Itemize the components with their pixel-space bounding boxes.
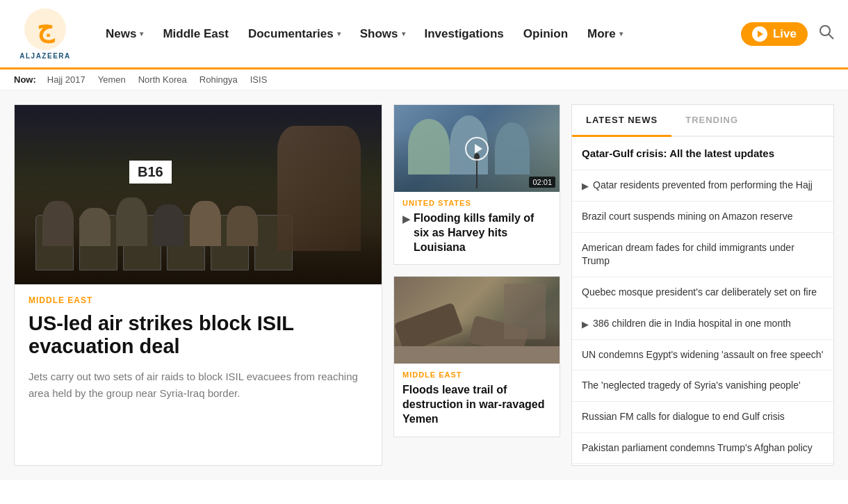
main-story-image: B16	[15, 105, 382, 284]
news-item[interactable]: Pakistan parliament condemns Trump's Afg…	[572, 433, 833, 464]
live-button[interactable]: Live	[741, 22, 808, 46]
news-item[interactable]: Qatar-Gulf crisis: All the latest update…	[572, 137, 833, 170]
tab-trending[interactable]: TRENDING	[671, 105, 752, 136]
card-yemen[interactable]: MIDDLE EAST Floods leave trail of destru…	[393, 276, 560, 437]
card-yemen-category: MIDDLE EAST	[402, 371, 551, 379]
news-item[interactable]: American dream fades for child immigrant…	[572, 233, 833, 277]
live-label: Live	[773, 27, 797, 41]
now-link-rohingya[interactable]: Rohingya	[199, 74, 238, 85]
nav-item-opinion[interactable]: Opinion	[514, 13, 578, 55]
nav-item-shows[interactable]: Shows ▾	[350, 13, 415, 55]
card-harvey-headline: ▶ Flooding kills family of six as Harvey…	[402, 211, 551, 254]
nav-item-documentaries[interactable]: Documentaries ▾	[238, 13, 350, 55]
card-yemen-body: MIDDLE EAST Floods leave trail of destru…	[394, 364, 560, 436]
news-item[interactable]: Russian FM calls for dialogue to end Gul…	[572, 402, 833, 433]
search-button[interactable]	[819, 24, 834, 43]
card-harvey-play-icon	[465, 137, 489, 161]
now-links: Hajj 2017 Yemen North Korea Rohingya ISI…	[47, 74, 268, 85]
news-item[interactable]: ▶ Qatar residents prevented from perform…	[572, 170, 833, 202]
card-harvey-time: 02:01	[529, 177, 555, 188]
nav-item-news[interactable]: News ▾	[96, 13, 153, 55]
main-story-body: MIDDLE EAST US-led air strikes block ISI…	[15, 284, 382, 418]
now-link-hajj[interactable]: Hajj 2017	[47, 74, 85, 85]
nav-item-investigations[interactable]: Investigations	[415, 13, 514, 55]
card-harvey-category: UNITED STATES	[402, 199, 551, 207]
logo-area[interactable]: ج ALJAZEERA	[14, 8, 76, 60]
now-link-north-korea[interactable]: North Korea	[138, 74, 187, 85]
sidebar: LATEST NEWS TRENDING Qatar-Gulf crisis: …	[571, 104, 834, 466]
nav-arrow-docs: ▾	[337, 13, 341, 55]
card-yemen-headline: Floods leave trail of destruction in war…	[402, 383, 551, 426]
nav-item-more[interactable]: More ▾	[578, 13, 633, 55]
middle-column: 02:01 UNITED STATES ▶ Flooding kills fam…	[393, 104, 560, 466]
sidebar-tabs: LATEST NEWS TRENDING	[572, 105, 833, 137]
now-link-yemen[interactable]: Yemen	[98, 74, 126, 85]
now-label: Now:	[14, 74, 36, 85]
news-item-play-icon: ▶	[582, 180, 589, 193]
card-harvey-image: 02:01	[394, 105, 560, 192]
logo-text: ALJAZEERA	[19, 52, 71, 60]
main-story[interactable]: B16 MIDDLE EAST US-led air strikes block…	[14, 104, 382, 466]
logo-icon: ج	[24, 8, 67, 51]
svg-text:ج: ج	[37, 13, 56, 44]
main-story-category: MIDDLE EAST	[28, 295, 368, 305]
nav-item-middle-east[interactable]: Middle East	[153, 13, 238, 55]
card-harvey[interactable]: 02:01 UNITED STATES ▶ Flooding kills fam…	[393, 104, 560, 265]
search-icon	[819, 24, 834, 40]
card-harvey-play-text-icon: ▶	[402, 213, 410, 225]
news-list: Qatar-Gulf crisis: All the latest update…	[572, 137, 833, 464]
main-content: B16 MIDDLE EAST US-led air strikes block…	[0, 90, 848, 480]
main-story-headline: US-led air strikes block ISIL evacuation…	[28, 312, 368, 359]
now-bar: Now: Hajj 2017 Yemen North Korea Rohingy…	[0, 70, 848, 90]
news-item[interactable]: Quebec mosque president's car deliberate…	[572, 277, 833, 309]
news-item[interactable]: UN condemns Egypt's widening 'assault on…	[572, 340, 833, 371]
svg-point-2	[820, 26, 830, 35]
nav-arrow-more: ▾	[619, 13, 623, 55]
tab-latest-news[interactable]: LATEST NEWS	[572, 105, 671, 137]
nav-arrow-shows: ▾	[402, 13, 405, 55]
news-item[interactable]: The 'neglected tragedy of Syria's vanish…	[572, 371, 833, 402]
news-item[interactable]: ▶ 386 children die in India hospital in …	[572, 309, 833, 340]
card-yemen-image	[394, 277, 560, 364]
nav-arrow-news: ▾	[140, 13, 143, 55]
header: ج ALJAZEERA News ▾ Middle East Documenta…	[0, 0, 848, 70]
now-link-isis[interactable]: ISIS	[250, 74, 268, 85]
b16-sign: B16	[129, 161, 172, 184]
main-nav: News ▾ Middle East Documentaries ▾ Shows…	[96, 13, 734, 55]
news-item[interactable]: Brazil court suspends mining on Amazon r…	[572, 202, 833, 233]
svg-line-3	[829, 35, 834, 40]
news-item-play-icon-2: ▶	[582, 318, 589, 331]
card-harvey-body: UNITED STATES ▶ Flooding kills family of…	[394, 192, 560, 264]
main-story-description: Jets carry out two sets of air raids to …	[28, 368, 368, 402]
live-play-icon	[752, 26, 767, 42]
